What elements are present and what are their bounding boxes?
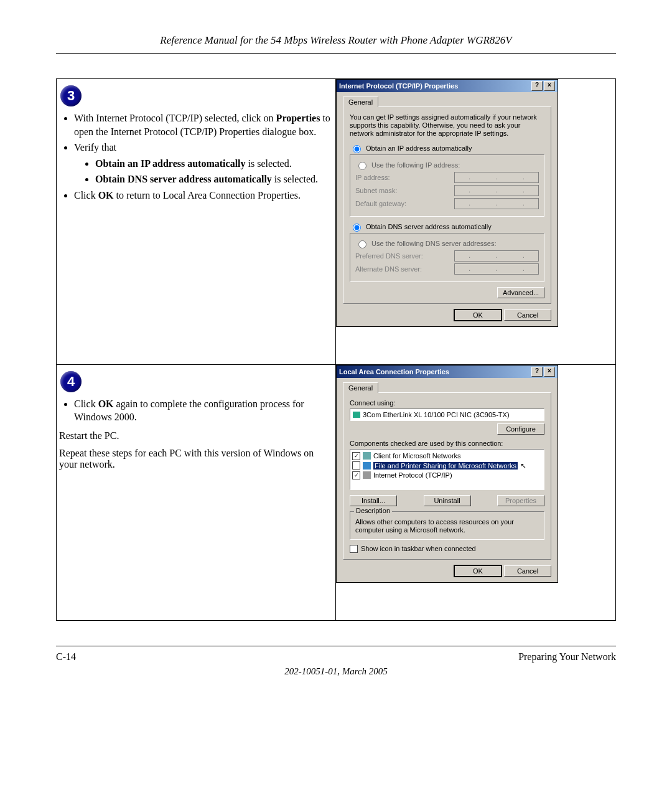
restart-text: Restart the PC. — [59, 430, 333, 441]
step4-bullets: Click OK again to complete the configura… — [59, 397, 333, 424]
show-icon-checkbox[interactable] — [350, 545, 358, 553]
tcpip-desc: You can get IP settings assigned automat… — [350, 113, 544, 138]
step-badge-4: 4 — [60, 371, 82, 392]
subnet-mask-field: ... — [454, 185, 539, 196]
ok-button[interactable]: OK — [454, 309, 502, 321]
radio-auto-dns[interactable] — [353, 224, 361, 232]
install-button[interactable]: Install... — [350, 495, 397, 506]
tcpip-title: Internet Protocol (TCP/IP) Properties — [339, 82, 458, 90]
ok-button[interactable]: OK — [454, 565, 502, 577]
tcpip-icon — [363, 471, 371, 479]
repeat-text: Repeat these steps for each PC with this… — [59, 448, 333, 470]
components-list[interactable]: ✓Client for Microsoft Networks File and … — [350, 449, 544, 490]
close-icon[interactable]: × — [544, 367, 555, 377]
alternate-dns-field: ... — [454, 263, 539, 275]
tab-general[interactable]: General — [343, 382, 378, 393]
close-icon[interactable]: × — [544, 81, 555, 91]
step3-bullets: With Internet Protocol (TCP/IP) selected… — [59, 111, 333, 202]
step-badge-3: 3 — [60, 85, 82, 106]
tcpip-dialog: Internet Protocol (TCP/IP) Properties ? … — [336, 79, 558, 327]
page-number: C-14 — [56, 651, 76, 663]
publication-id: 202-10051-01, March 2005 — [56, 666, 616, 677]
default-gateway-field: ... — [454, 198, 539, 209]
cursor-icon: ↖ — [520, 461, 526, 470]
fileshare-icon — [363, 462, 371, 470]
steps-table: 3 With Internet Protocol (TCP/IP) select… — [56, 78, 616, 621]
nic-display: 3Com EtherLink XL 10/100 PCI NIC (3C905-… — [350, 408, 544, 421]
section-name: Preparing Your Network — [518, 651, 616, 663]
advanced-button[interactable]: Advanced... — [497, 287, 544, 298]
doc-header: Reference Manual for the 54 Mbps Wireles… — [56, 34, 616, 54]
cancel-button[interactable]: Cancel — [504, 309, 551, 321]
uninstall-button[interactable]: Uninstall — [424, 495, 471, 506]
lac-dialog: Local Area Connection Properties ? × Gen… — [336, 365, 558, 583]
client-icon — [363, 452, 371, 460]
properties-button[interactable]: Properties — [497, 495, 544, 506]
radio-auto-ip[interactable] — [353, 145, 361, 153]
lac-title: Local Area Connection Properties — [339, 368, 449, 375]
ip-address-field: ... — [454, 172, 539, 183]
doc-footer: C-14 Preparing Your Network — [56, 646, 616, 663]
selected-component[interactable]: File and Printer Sharing for Microsoft N… — [373, 462, 518, 470]
radio-manual-ip[interactable] — [358, 162, 366, 170]
configure-button[interactable]: Configure — [497, 423, 544, 435]
tab-general[interactable]: General — [343, 97, 378, 107]
help-icon[interactable]: ? — [531, 81, 543, 91]
cancel-button[interactable]: Cancel — [504, 565, 551, 577]
nic-icon — [353, 412, 360, 418]
help-icon[interactable]: ? — [531, 367, 543, 377]
component-description: Allows other computers to access resourc… — [355, 518, 539, 534]
preferred-dns-field: ... — [454, 250, 539, 262]
radio-manual-dns[interactable] — [358, 240, 366, 248]
